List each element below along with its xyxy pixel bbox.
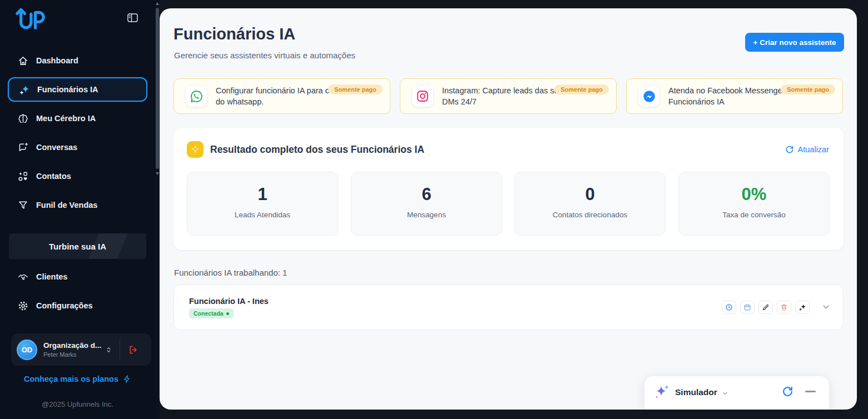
employee-name: Funcionário IA - Ines	[189, 297, 269, 306]
copyright: @2025 Upfunnels Inc.	[0, 400, 155, 408]
stat-label: Leads Atendidas	[187, 211, 338, 219]
status-badge: Conectada	[189, 308, 234, 318]
simulator-title: Simulador	[675, 387, 717, 397]
stat-value: 6	[351, 184, 502, 204]
employee-actions	[722, 301, 810, 314]
main-panel: Funcionários IA Gerencie seus assistente…	[160, 8, 857, 410]
stat-label: Contatos direcionados	[515, 211, 665, 219]
sidebar-item-label: Funcionários IA	[37, 85, 98, 94]
schedule-clock-button[interactable]	[722, 301, 736, 314]
stat-value: 0%	[679, 184, 829, 204]
stat-leads: 1 Leads Atendidas	[187, 172, 338, 236]
page-title: Funcionários IA	[173, 25, 295, 43]
create-assistant-button[interactable]: + Criar novo assistente	[745, 33, 844, 52]
shapes-icon	[17, 171, 28, 182]
sparkles-icon	[18, 84, 29, 95]
turbine-banner[interactable]: Turbine sua IA	[9, 233, 146, 259]
refresh-icon	[785, 145, 794, 154]
avatar: OD	[17, 340, 37, 360]
delete-button[interactable]	[777, 301, 791, 314]
user-name: Peter Marks	[43, 351, 103, 358]
scroll-up-icon[interactable]	[156, 2, 159, 5]
clock-icon	[725, 303, 733, 311]
stat-label: Mensagens	[351, 211, 502, 219]
sidebar-item-clientes[interactable]: Clientes	[8, 265, 147, 289]
ai-actions-button[interactable]	[795, 301, 810, 314]
status-dot	[226, 312, 229, 315]
sidebar-item-label: Conversas	[36, 143, 77, 152]
stat-label: Taxa de conversão	[679, 211, 829, 219]
stat-contatos: 0 Contatos direcionados	[514, 172, 666, 236]
paid-only-badge: Somente pago	[554, 84, 609, 94]
simulator-refresh-icon[interactable]	[782, 386, 793, 397]
simulator-widget: Simulador	[644, 376, 829, 410]
expand-employee-chevron-icon[interactable]	[821, 302, 831, 312]
sidebar-item-label: Contatos	[36, 172, 71, 181]
calendar-icon	[743, 303, 751, 311]
simulator-chevron-icon[interactable]	[722, 390, 728, 397]
divider	[120, 339, 120, 360]
turbine-banner-label: Turbine sua IA	[49, 242, 106, 251]
paid-only-badge: Somente pago	[328, 84, 383, 94]
sidebar-item-funcionarios-ia[interactable]: Funcionários IA	[8, 77, 147, 102]
funnel-icon	[17, 199, 28, 211]
messenger-icon	[638, 86, 659, 107]
sidebar-item-configuracoes[interactable]: Configurações	[8, 293, 147, 318]
instagram-icon	[412, 86, 433, 107]
sidebar-item-label: Meu Cérebro IA	[36, 114, 96, 123]
stat-conversao: 0% Taxa de conversão	[678, 172, 830, 236]
calendar-button[interactable]	[740, 301, 755, 314]
paid-only-badge: Somente pago	[781, 84, 835, 94]
plans-link[interactable]: Conheça mais os planos	[0, 375, 155, 383]
results-card: Resultado completo dos seus Funcionários…	[173, 128, 844, 250]
page-subtitle: Gerencie seus assistentes virtuais e aut…	[174, 51, 355, 60]
lightning-icon	[123, 375, 131, 383]
logout-icon[interactable]	[128, 345, 138, 355]
sparkle-icon	[187, 141, 204, 158]
whatsapp-icon	[186, 86, 207, 107]
unfold-chevron-icon[interactable]	[105, 345, 113, 355]
stat-mensagens: 6 Mensagens	[351, 172, 502, 236]
promo-card-instagram[interactable]: Instagram: Capture leads das suas DMs 24…	[400, 78, 617, 114]
home-icon	[17, 55, 28, 66]
up-arrow-logo-icon	[13, 6, 46, 30]
sidebar-item-label: Funil de Vendas	[36, 201, 97, 210]
sidebar-item-label: Clientes	[36, 272, 67, 281]
sparkles-icon	[798, 303, 806, 311]
sidebar-item-contatos[interactable]: Contatos	[8, 164, 147, 188]
page-scrollbar[interactable]	[155, 0, 160, 419]
sidebar-collapse-icon[interactable]	[127, 12, 138, 23]
stat-value: 1	[187, 184, 338, 204]
simulator-minimize-icon[interactable]	[805, 391, 816, 392]
sidebar-item-conversas[interactable]: Conversas	[8, 135, 147, 159]
app-root: Dashboard Funcionários IA	[0, 0, 868, 419]
sidebar-item-label: Dashboard	[36, 56, 78, 65]
sidebar-nav: Dashboard Funcionários IA	[0, 48, 155, 322]
up-logo	[13, 6, 46, 30]
sidebar-item-funil-de-vendas[interactable]: Funil de Vendas	[8, 193, 147, 217]
scroll-down-icon[interactable]	[156, 172, 159, 175]
employee-card: Funcionário IA - Ines Conectada	[173, 285, 844, 330]
org-name: Organização d...	[43, 341, 103, 350]
trash-icon	[780, 303, 788, 311]
scrollbar-thumb[interactable]	[156, 8, 159, 169]
user-card[interactable]: OD Organização d... Peter Marks	[11, 333, 151, 366]
pencil-icon	[762, 303, 770, 311]
edit-button[interactable]	[758, 301, 773, 314]
promo-card-messenger[interactable]: Atenda no Facebook Messenger com Funcion…	[626, 78, 843, 114]
sidebar-item-label: Configurações	[36, 301, 93, 310]
sidebar-item-meu-cerebro-ia[interactable]: Meu Cérebro IA	[8, 106, 147, 131]
simulator-star-icon	[653, 384, 670, 401]
gear-icon	[17, 300, 28, 311]
handshake-icon	[17, 271, 28, 282]
brain-icon	[17, 113, 28, 124]
results-title: Resultado completo dos seus Funcionários…	[210, 144, 424, 156]
stat-value: 0	[515, 184, 665, 204]
sidebar: Dashboard Funcionários IA	[0, 0, 155, 419]
chat-plus-icon	[17, 142, 28, 153]
promo-card-whatsapp[interactable]: Configurar funcionário IA para contas do…	[173, 78, 390, 114]
refresh-results-button[interactable]: Atualizar	[785, 145, 829, 154]
sidebar-item-dashboard[interactable]: Dashboard	[8, 48, 147, 73]
working-count-label: Funcionários IA trabalhando: 1	[174, 268, 287, 277]
